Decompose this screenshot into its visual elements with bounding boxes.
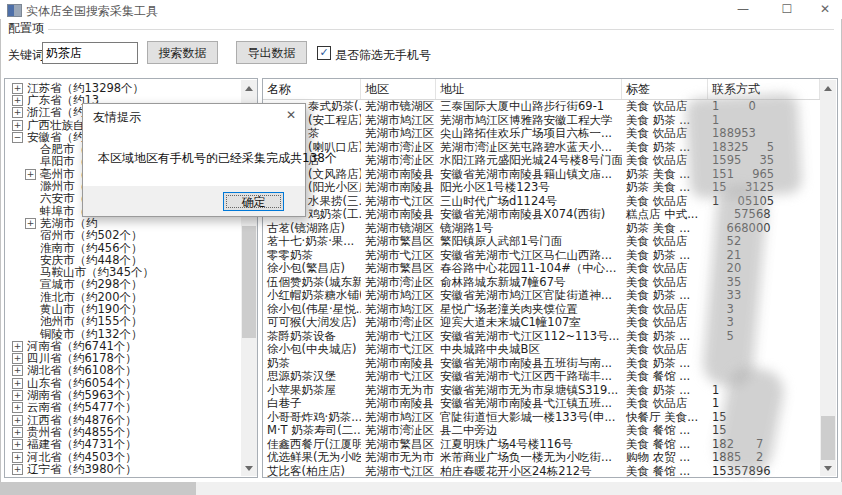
table-cell: 佳鑫西餐厅(江厦明... (263, 438, 361, 452)
tree-scrollbar-thumb[interactable] (242, 226, 256, 338)
tree-item[interactable]: 宿州市（约502个） (5, 230, 241, 242)
tree-item[interactable]: 淮北市（约200个） (5, 291, 241, 303)
expand-icon[interactable]: + (25, 169, 36, 180)
expand-icon[interactable]: + (12, 365, 23, 376)
tree-item[interactable]: +山东省（约6054个） (5, 377, 241, 389)
expand-icon[interactable]: + (12, 107, 23, 118)
table-row[interactable]: 小红帽奶茶糖水铺(...芜湖市鸠江区安徽省芜湖市鸠江区官陡街道神...美食 奶茶… (263, 289, 820, 303)
table-row[interactable]: 茶芜湖市鸠江区尖山路拓佳欢乐广场项目六栋一...美食 饮品店188953 (263, 127, 820, 141)
table-row[interactable]: 徐小包(中央城店)芜湖市弋江区中央城路中央城B区美食 饮品店 (263, 343, 820, 357)
column-header[interactable]: 联系方式 (708, 79, 820, 99)
table-row[interactable]: 小哥哥炸鸡·奶茶...芜湖市鸠江区官陡街道恒大影城一楼133号(申...快餐厅 … (263, 411, 820, 425)
column-header[interactable]: 地区 (361, 79, 436, 99)
table-row[interactable]: 徐小包(伟星·星悦...芜湖市鸠江区星悦广场老潼关肉夹馍位置美食 饮品店 3 (263, 303, 820, 317)
expand-icon[interactable]: + (12, 353, 23, 364)
horizontal-scrollbar-thumb[interactable] (0, 482, 196, 495)
tree-item[interactable]: 铜陵市（约132个） (5, 328, 241, 340)
table-row[interactable]: 徐小包(繁昌店)芜湖市繁昌区春谷路中心花园11-104#（中心...美食 饮品店… (263, 262, 820, 276)
tree-item[interactable]: 马鞍山市（约345个） (5, 266, 241, 278)
expand-icon[interactable]: + (12, 341, 23, 352)
tree-item[interactable]: +河南省（约6741个） (5, 340, 241, 352)
table-cell: 美食 饮品店 (622, 100, 708, 114)
dialog-close-icon[interactable]: ✕ (286, 108, 296, 122)
table-row[interactable]: 伍個赞奶茶(城东新...芜湖市湾沚区俞林路城东新城7幢67号美食 饮品店 35 (263, 276, 820, 290)
scroll-up-icon[interactable] (820, 80, 836, 96)
expand-icon[interactable]: + (25, 218, 36, 229)
table-cell: 奶茶 美食 ... (622, 181, 708, 195)
expand-icon[interactable]: + (12, 95, 23, 106)
table-scrollbar[interactable] (820, 80, 836, 476)
table-row[interactable]: 茗十七·奶茶·果...芜湖市繁昌区繁阳镇原人武部1号门面美食 饮品店 52 (263, 235, 820, 249)
scroll-up-icon[interactable] (241, 80, 257, 96)
table-row[interactable]: 古茗(镜湖路店)芜湖市镜湖区镜湖路1号奶茶 美食 ... 668000 (263, 222, 820, 236)
expand-icon[interactable]: + (12, 427, 23, 438)
tree-item[interactable]: +云南省（约5477个） (5, 402, 241, 414)
dialog-footer: 确定 (83, 186, 305, 216)
table-row[interactable]: (阳光小区店)芜湖市南陵县阳光小区1号楼123号奶茶 美食 ...15 3125 (263, 181, 820, 195)
tree-item[interactable]: +芜湖市（约 (5, 217, 241, 229)
export-data-button[interactable]: 导出数据 (236, 41, 307, 64)
tree-item[interactable]: +江苏省（约13298个） (5, 82, 241, 94)
ok-button[interactable]: 确定 (223, 192, 284, 211)
search-data-button[interactable]: 搜索数据 (147, 41, 218, 64)
tree-item[interactable]: 池州市（约155个） (5, 316, 241, 328)
column-header[interactable]: 地址 (436, 79, 622, 99)
expand-icon[interactable]: + (12, 402, 23, 413)
tree-item[interactable]: +河北省（约4503个） (5, 451, 241, 463)
table-row[interactable]: 白巷子芜湖市南陵县安徽省芜湖市南陵县弋江镇五班...美食 饮品店1 (263, 397, 820, 411)
table-row[interactable]: 可可猴(大润发店)芜湖市湾沚区迎宾大道未来城C1幢107室美食 饮品店 3 (263, 316, 820, 330)
expand-icon[interactable]: + (12, 390, 23, 401)
table-row[interactable]: (喇叭口店)芜湖市湾沚区芜湖市湾沚区芜屯路碧水蓝天小...美食 奶茶 ...18… (263, 141, 820, 155)
table-row[interactable]: 零零奶茶芜湖市弋江区安徽省芜湖市弋江区马仁山西路...美食 奶茶 ... 21 (263, 249, 820, 263)
expand-icon[interactable]: + (12, 120, 23, 131)
table-row[interactable]: 优选鲜果(无为小吃...芜湖市无为市米芾商业广场负一楼无为小吃街...购物 农贸… (263, 451, 820, 465)
keyword-input[interactable] (42, 42, 138, 64)
table-cell: 18325 5 (708, 141, 820, 155)
expand-icon[interactable]: + (12, 452, 23, 463)
table-row[interactable]: 艾比客(柏庄店)芜湖市弋江区柏庄春暖花开小区24栋212号美食 餐馆 ...15… (263, 465, 820, 478)
table-scrollbar-thumb[interactable] (821, 416, 835, 460)
horizontal-scrollbar[interactable] (0, 482, 842, 495)
maximize-icon[interactable]: ☐ (772, 2, 802, 17)
tree-item[interactable]: 宣城市（约298个） (5, 279, 241, 291)
tree-item[interactable]: +辽宁省（约3980个） (5, 463, 241, 475)
table-cell: 芜湖市镜湖区 (361, 222, 436, 236)
expand-icon[interactable]: + (12, 415, 23, 426)
tree-item[interactable]: +贵州省（约4855个） (5, 426, 241, 438)
table-row[interactable]: M·T 奶茶寿司(二...芜湖市湾沚区县二中旁边美食 餐馆 ...15 (263, 424, 820, 438)
scroll-down-icon[interactable] (820, 460, 836, 476)
filter-phone-checkbox[interactable]: ✓ (317, 46, 331, 60)
table-row[interactable]: 茶爵奶茶设备芜湖市弋江区安徽省芜湖市弋江区112~113号...美食 奶茶 ..… (263, 330, 820, 344)
table-row[interactable]: 奶茶芜湖市南陵县安徽省芜湖市南陵县五班街与南...美食 奶茶 ... (263, 357, 820, 371)
tree-item[interactable]: +四川省（约6178个） (5, 353, 241, 365)
column-header[interactable]: 名称 (263, 79, 361, 99)
minimize-icon[interactable]: — (728, 2, 758, 17)
scroll-down-icon[interactable] (241, 460, 257, 476)
table-row[interactable]: 鸡奶茶(工...芜湖市南陵县安徽省芜湖市南陵县X074(西街)糕点店 中式...… (263, 208, 820, 222)
table-cell: 美食 饮品店 (622, 343, 708, 357)
table-row[interactable]: 小苹果奶茶屋芜湖市无为市安徽省芜湖市无为市泉塘镇S319...美食 奶茶 ...… (263, 384, 820, 398)
table-row[interactable]: 泰式奶茶(...芜湖市镜湖区三泰国际大厦中山路步行街69-1美食 饮品店1 0 (263, 100, 820, 114)
table-row[interactable]: 佳鑫西餐厅(江厦明...芜湖市繁昌区江夏明珠广场4号楼116号美食 餐馆 ...… (263, 438, 820, 452)
tree-item[interactable]: +湖北省（约6108个） (5, 365, 241, 377)
tree-item[interactable]: +陕西省（约3664个） (5, 476, 241, 477)
table-row[interactable]: 店芜湖市湾沚区水阳江路元盛阳光城24号楼8号门面美食 饮品店1595 35 (263, 154, 820, 168)
expand-icon[interactable]: + (12, 439, 23, 450)
tree-item[interactable]: 黄山市（约190个） (5, 303, 241, 315)
table-cell: 安徽省芜湖市弋江区西干路瑞丰... (436, 370, 622, 384)
expand-icon[interactable]: + (12, 83, 23, 94)
close-icon[interactable]: ✕ (810, 2, 840, 17)
expand-icon[interactable]: + (12, 464, 23, 475)
collapse-icon[interactable]: − (12, 132, 23, 143)
table-row[interactable]: (安工程店)芜湖市鸠江区芜湖市鸠江区博雅路安徽工程大学美食 奶茶 ...1 (263, 114, 820, 128)
tree-item[interactable]: +江西省（约4876个） (5, 414, 241, 426)
table-row[interactable]: 思源奶茶汉堡芜湖市弋江区安徽省芜湖市弋江区西干路瑞丰...美食 餐馆 ... (263, 370, 820, 384)
table-row[interactable]: 水果捞(三...芜湖市弋江区三山时代广场d1124号美食 饮品店1 05105 (263, 195, 820, 209)
tree-item[interactable]: +湖南省（约5963个） (5, 389, 241, 401)
tree-item[interactable]: 淮南市（约456个） (5, 242, 241, 254)
table-row[interactable]: (文风路店)芜湖市南陵县安徽省芜湖市南陵县籍山镇文庙...奶茶 美食 ...15… (263, 168, 820, 182)
tree-item[interactable]: 安庆市（约448个） (5, 254, 241, 266)
tree-item[interactable]: +福建省（约4731个） (5, 439, 241, 451)
expand-icon[interactable]: + (12, 378, 23, 389)
column-header[interactable]: 标签 (622, 79, 708, 99)
